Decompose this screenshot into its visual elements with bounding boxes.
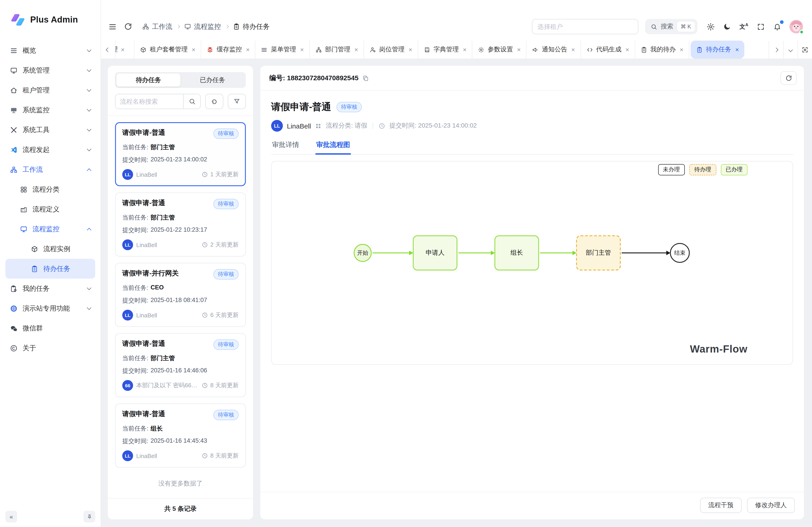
sidebar-item-my-tasks[interactable]: 我的任务 [5, 278, 95, 298]
chevron-up-icon [87, 228, 91, 232]
flow-edge-done [373, 253, 410, 254]
tab-close-icon[interactable]: × [571, 46, 575, 53]
sidebar-item-system-management[interactable]: 系统管理 [5, 60, 95, 80]
avatar: LL [122, 310, 133, 320]
record-count: 共 5 条记录 [108, 498, 253, 520]
tab-done-tasks[interactable]: 已办任务 [180, 74, 245, 87]
tab-code-gen[interactable]: 代码生成× [581, 41, 635, 59]
sidebar-item-process-category[interactable]: 流程分类 [5, 179, 95, 199]
sidebar-item-todo-tasks[interactable]: 待办任务 [5, 259, 95, 278]
process-intervene-button[interactable]: 流程干预 [700, 498, 742, 513]
refresh-icon[interactable] [124, 22, 133, 31]
tab-my-todo[interactable]: 我的待办× [635, 41, 689, 59]
tab-todo-tasks[interactable]: 待办任务× [691, 41, 744, 59]
sidebar-item-system-monitor[interactable]: 系统监控 [5, 100, 95, 120]
content-maximize-button[interactable] [798, 41, 812, 59]
task-search-input[interactable] [115, 94, 183, 109]
flowchart-canvas[interactable]: 未办理 待办理 已办理 开始 申请人 组长 部门主管 结束 War [271, 161, 793, 365]
tab-close-icon[interactable]: × [121, 46, 125, 53]
sidebar-item-demo-features[interactable]: 演示站专用功能 [5, 298, 95, 318]
tab-notice[interactable]: 通知公告× [527, 41, 581, 59]
book-icon [424, 46, 430, 53]
sidebar-item-wechat-group[interactable]: 微信群 [5, 318, 95, 338]
tab-close-icon[interactable]: × [463, 46, 466, 53]
breadcrumb-process-monitor[interactable]: 流程监控 [184, 22, 221, 31]
chevron-down-icon [87, 87, 91, 92]
person-badge-icon [369, 46, 376, 53]
flow-node-start: 开始 [354, 244, 372, 262]
search-button[interactable] [183, 94, 200, 109]
tab-close-icon[interactable]: × [517, 46, 521, 53]
task-detail-panel: 编号: 1882307280470892545 请假申请-普通 待审核 LL L… [260, 66, 804, 520]
global-search-button[interactable]: 搜索 ⌘ K [645, 19, 697, 34]
sidebar-item-process-start[interactable]: 流程发起 [5, 140, 95, 160]
refresh-detail-button[interactable] [780, 71, 797, 85]
change-assignee-button[interactable]: 修改办理人 [747, 498, 795, 513]
task-card[interactable]: 请假申请-普通待审核 当前任务:部门主管 提交时间:2025-01-23 14:… [115, 122, 246, 186]
breadcrumb-todo-tasks[interactable]: 待办任务 [233, 22, 270, 31]
tab-close-icon[interactable]: × [735, 46, 739, 53]
status-badge: 待审核 [213, 129, 238, 139]
cube-icon [140, 46, 147, 53]
tab-close-icon[interactable]: × [300, 46, 304, 53]
tab-dept-management[interactable]: 部门管理× [310, 41, 364, 59]
logo-icon [10, 13, 25, 27]
clipboard-icon [640, 46, 647, 53]
tab-clipped[interactable]: 理 × [115, 41, 134, 59]
tab-close-icon[interactable]: × [625, 46, 629, 53]
tab-param-settings[interactable]: 参数设置× [472, 41, 526, 59]
tab-close-icon[interactable]: × [246, 46, 249, 53]
task-card[interactable]: 请假申请-普通待审核 当前任务:组长 提交时间:2025-01-16 14:45… [115, 404, 246, 467]
tab-close-icon[interactable]: × [680, 46, 683, 53]
tab-menu-management[interactable]: 菜单管理× [256, 41, 310, 59]
chevron-down-icon [788, 47, 793, 52]
tabs-scroll-left-button[interactable] [101, 41, 115, 59]
tab-cache-monitor[interactable]: 缓存监控× [201, 41, 255, 59]
user-avatar[interactable] [789, 20, 803, 33]
sidebar-item-overview[interactable]: 概览 [5, 41, 95, 60]
translate-icon[interactable]: 文A [739, 22, 749, 31]
vscode-icon [10, 146, 18, 153]
copy-icon[interactable] [362, 75, 369, 81]
tab-approval-flowchart[interactable]: 审批流程图 [315, 141, 351, 154]
reset-button[interactable] [205, 94, 223, 109]
tab-approval-detail[interactable]: 审批详情 [271, 141, 300, 154]
sidebar-item-process-definition[interactable]: 流程定义 [5, 199, 95, 219]
notification-bell-icon[interactable] [773, 22, 782, 31]
task-card[interactable]: 请假申请-普通待审核 当前任务:部门主管 提交时间:2025-01-16 14:… [115, 333, 246, 397]
tab-post-management[interactable]: 岗位管理× [364, 41, 418, 59]
tab-close-icon[interactable]: × [354, 46, 358, 53]
task-card[interactable]: 请假申请-并行网关待审核 当前任务:CEO 提交时间:2025-01-18 08… [115, 263, 246, 327]
sidebar-item-workflow[interactable]: 工作流 [5, 160, 95, 179]
fullscreen-icon[interactable] [756, 22, 765, 31]
pin-sidebar-button[interactable] [84, 511, 95, 523]
flow-legend: 未办理 待办理 已办理 [658, 164, 748, 175]
sidebar-item-about[interactable]: 关于 [5, 338, 95, 358]
collapse-sidebar-button[interactable]: « [5, 511, 17, 523]
sidebar-item-process-instance[interactable]: 流程实例 [5, 239, 95, 259]
tenant-select-input[interactable] [532, 19, 638, 34]
wechat-icon [10, 325, 18, 332]
filter-button[interactable] [228, 94, 246, 109]
flow-edge-done [540, 253, 573, 254]
process-title: 请假申请-普通 [271, 101, 331, 113]
sidebar-item-system-tools[interactable]: 系统工具 [5, 120, 95, 140]
hamburger-menu-icon[interactable] [108, 22, 117, 31]
settings-gear-icon[interactable] [706, 22, 715, 31]
sidebar-item-tenant-management[interactable]: 租户管理 [5, 80, 95, 100]
clipboard-icon [31, 265, 38, 272]
tab-tenant-package[interactable]: 租户套餐管理× [134, 41, 201, 59]
sidebar-item-process-monitor[interactable]: 流程监控 [5, 219, 95, 239]
tab-close-icon[interactable]: × [409, 46, 412, 53]
tab-dict-management[interactable]: 字典管理× [418, 41, 472, 59]
top-bar-actions: 文A [706, 20, 803, 33]
tab-pending-tasks[interactable]: 待办任务 [116, 74, 180, 87]
factory-icon [20, 205, 28, 213]
task-card[interactable]: 请假申请-普通待审核 当前任务:部门主管 提交时间:2025-01-22 10:… [115, 193, 246, 257]
chevron-right-icon [225, 25, 229, 29]
breadcrumb-workflow[interactable]: 工作流 [142, 22, 172, 31]
tabs-dropdown-button[interactable] [783, 41, 798, 59]
tab-close-icon[interactable]: × [192, 46, 195, 53]
tabs-scroll-right-button[interactable] [769, 41, 783, 59]
dark-mode-moon-icon[interactable] [723, 22, 732, 31]
